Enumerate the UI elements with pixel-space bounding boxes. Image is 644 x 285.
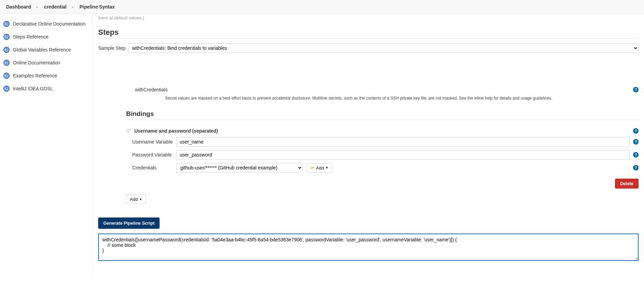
bindings-heading: Bindings <box>126 110 639 120</box>
password-variable-label: Password Variable <box>132 152 173 158</box>
help-icon <box>3 73 10 79</box>
help-icon <box>3 21 10 27</box>
sidebar-item-global-vars[interactable]: Global Variables Reference <box>0 43 92 56</box>
drag-handle-icon[interactable] <box>126 129 131 133</box>
caret-down-icon: ▼ <box>139 198 142 201</box>
sidebar-item-steps-reference[interactable]: Steps Reference <box>0 30 92 43</box>
breadcrumb-pipeline-syntax[interactable]: Pipeline Syntax <box>77 3 117 11</box>
sidebar-item-label: Online Documentation <box>13 60 60 65</box>
sidebar-item-label: IntelliJ IDEA GDSL <box>13 86 53 91</box>
sidebar-item-label: Declarative Online Documentation <box>13 21 85 27</box>
sidebar-item-label: Examples Reference <box>13 73 57 78</box>
password-variable-input[interactable] <box>177 150 630 160</box>
chevron-right-icon: ▸ <box>35 5 40 9</box>
sidebar-item-online-docs[interactable]: Online Documentation <box>0 56 92 69</box>
help-icon[interactable] <box>633 128 639 134</box>
help-icon <box>3 86 10 92</box>
binding-title: Username and password (separated) <box>134 128 218 134</box>
sample-step-select[interactable]: withCredentials: Bind credentials to var… <box>128 43 639 53</box>
steps-heading: Steps <box>98 28 639 39</box>
sidebar-item-intellij-gdsl[interactable]: IntelliJ IDEA GDSL <box>0 82 92 95</box>
delete-binding-button[interactable]: Delete <box>615 179 639 189</box>
breadcrumb: Dashboard ▸ credential ▸ Pipeline Syntax <box>0 0 644 14</box>
username-variable-label: Username Variable <box>132 139 173 145</box>
truncated-help-text: them at default values.) <box>98 14 639 22</box>
caret-down-icon: ▼ <box>325 166 328 169</box>
credentials-label: Credentials <box>132 165 173 170</box>
help-icon <box>3 34 10 40</box>
step-note: Secret values are masked on a best-effor… <box>165 96 639 101</box>
main-content: them at default values.) Steps Sample St… <box>93 14 644 275</box>
key-icon <box>310 166 315 169</box>
pipeline-script-output[interactable] <box>98 234 639 261</box>
sidebar-item-label: Steps Reference <box>13 34 48 40</box>
sidebar-item-label: Global Variables Reference <box>13 47 71 52</box>
help-icon[interactable] <box>633 165 639 170</box>
sidebar-item-examples[interactable]: Examples Reference <box>0 69 92 82</box>
help-icon[interactable] <box>633 139 639 145</box>
chevron-right-icon: ▸ <box>71 5 75 9</box>
sidebar-item-declarative-docs[interactable]: Declarative Online Documentation <box>0 17 92 30</box>
help-icon <box>3 60 10 66</box>
help-icon <box>3 47 10 53</box>
breadcrumb-credential[interactable]: credential <box>41 3 69 11</box>
username-variable-input[interactable] <box>177 137 630 147</box>
step-name: withCredentials <box>135 87 168 92</box>
add-binding-button[interactable]: Add ▼ <box>126 195 146 204</box>
sample-step-label: Sample Step <box>98 45 125 51</box>
generate-pipeline-script-button[interactable]: Generate Pipeline Script <box>98 217 160 229</box>
credentials-select[interactable]: github-user/****** (GitHub credential ex… <box>177 163 303 172</box>
add-credential-button[interactable]: Add ▼ <box>306 163 332 172</box>
sidebar: Declarative Online Documentation Steps R… <box>0 14 93 275</box>
help-icon[interactable] <box>633 87 639 92</box>
binding-card: Username and password (separated) Userna… <box>126 128 639 189</box>
breadcrumb-dashboard[interactable]: Dashboard <box>3 3 34 11</box>
help-icon[interactable] <box>633 152 639 158</box>
